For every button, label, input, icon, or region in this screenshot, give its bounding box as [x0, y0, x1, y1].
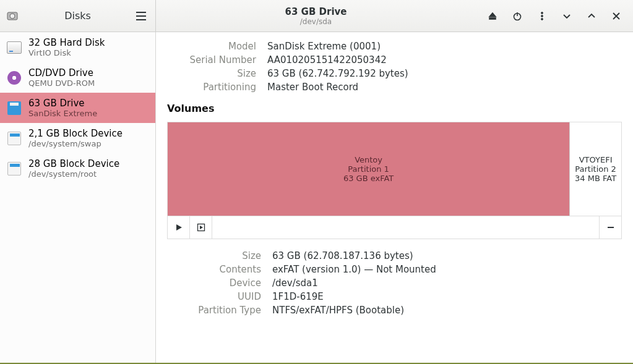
device-sidebar: 32 GB Hard Disk VirtIO Disk CD/DVD Drive… — [0, 32, 156, 363]
contents-value: exFAT (version 1.0) — Not Mounted — [272, 264, 622, 275]
svg-point-6 — [541, 15, 543, 17]
uuid-value: 1F1D-619E — [272, 291, 622, 302]
uuid-label: UUID — [170, 291, 261, 302]
mount-button[interactable] — [168, 216, 190, 239]
header-bar: Disks 63 GB Drive /dev/sda — [0, 0, 633, 32]
delete-partition-button[interactable] — [599, 216, 621, 239]
ptype-label: Partition Type — [170, 305, 261, 316]
volumes-toolbar — [168, 216, 621, 239]
partition-ventoy[interactable]: Ventoy Partition 1 63 GB exFAT — [168, 122, 569, 216]
device-label: Device — [170, 277, 261, 289]
hdd-icon — [6, 40, 22, 56]
svg-point-7 — [541, 18, 543, 20]
volumes-heading: Volumes — [167, 103, 622, 114]
cd-icon — [6, 70, 22, 86]
block-device-icon — [6, 161, 22, 177]
disks-app-icon — [6, 10, 19, 22]
drive-info-grid: Model SanDisk Extreme (0001) Serial Numb… — [170, 41, 622, 93]
device-sub: QEMU DVD-ROM — [28, 78, 95, 88]
svg-point-5 — [541, 12, 543, 14]
partition-info-grid: Size 63 GB (62.708.187.136 bytes) Conten… — [170, 250, 622, 316]
chevron-up-icon[interactable] — [585, 9, 598, 23]
partition-fs: 63 GB exFAT — [343, 174, 394, 183]
device-item-usb[interactable]: 63 GB Drive SanDisk Extreme — [0, 93, 155, 123]
device-name: CD/DVD Drive — [28, 67, 95, 78]
partitioning-value: Master Boot Record — [267, 82, 622, 93]
device-item-cd[interactable]: CD/DVD Drive QEMU DVD-ROM — [0, 62, 155, 93]
usb-icon — [6, 100, 22, 116]
partition-fs: 34 MB FAT — [575, 174, 616, 183]
device-name: 63 GB Drive — [28, 98, 97, 109]
partition-number: Partition 1 — [348, 164, 389, 174]
device-name: 2,1 GB Block Device — [28, 128, 123, 139]
partition-options-button[interactable] — [190, 216, 212, 239]
device-name: 28 GB Block Device — [28, 158, 119, 169]
model-value: SanDisk Extreme (0001) — [267, 41, 622, 52]
partition-name: Ventoy — [355, 155, 382, 164]
model-label: Model — [170, 41, 256, 52]
partitioning-label: Partitioning — [170, 82, 256, 93]
device-name: 32 GB Hard Disk — [28, 37, 105, 48]
close-icon[interactable] — [609, 9, 623, 23]
drive-subtitle: /dev/sda — [300, 17, 332, 26]
device-sub: VirtIO Disk — [28, 48, 105, 57]
serial-label: Serial Number — [170, 54, 256, 66]
block-device-icon — [6, 130, 22, 146]
device-item-hdd[interactable]: 32 GB Hard Disk VirtIO Disk — [0, 32, 155, 62]
device-value: /dev/sda1 — [272, 277, 622, 289]
psize-value: 63 GB (62.708.187.136 bytes) — [272, 250, 622, 261]
partition-vtoyefi[interactable]: VTOYEFI Partition 2 34 MB FAT — [569, 122, 621, 216]
ptype-value: NTFS/exFAT/HPFS (Bootable) — [272, 305, 622, 316]
size-label: Size — [170, 68, 256, 79]
content-pane: Model SanDisk Extreme (0001) Serial Numb… — [156, 32, 633, 363]
header-center: 63 GB Drive /dev/sda — [156, 0, 476, 32]
svg-point-1 — [10, 14, 15, 19]
device-sub: /dev/system/root — [28, 169, 119, 179]
partition-name: VTOYEFI — [579, 155, 613, 164]
device-sub: SanDisk Extreme — [28, 109, 97, 118]
body: 32 GB Hard Disk VirtIO Disk CD/DVD Drive… — [0, 32, 633, 363]
svg-rect-2 — [489, 18, 496, 19]
drive-menu-icon[interactable] — [535, 9, 549, 23]
size-value: 63 GB (62.742.792.192 bytes) — [267, 68, 622, 79]
app-window: Disks 63 GB Drive /dev/sda — [0, 0, 633, 364]
device-item-swap[interactable]: 2,1 GB Block Device /dev/system/swap — [0, 123, 155, 153]
psize-label: Size — [170, 250, 261, 261]
serial-value: AA010205151422050342 — [267, 54, 622, 66]
sidebar-menu-button[interactable] — [133, 8, 149, 24]
partition-number: Partition 2 — [575, 164, 616, 174]
header-right — [476, 0, 633, 32]
power-icon[interactable] — [510, 9, 524, 23]
eject-icon[interactable] — [486, 9, 499, 23]
drive-title: 63 GB Drive — [285, 6, 347, 17]
svg-rect-9 — [608, 227, 614, 228]
app-title: Disks — [22, 10, 133, 22]
volumes-box: Ventoy Partition 1 63 GB exFAT VTOYEFI P… — [167, 122, 622, 239]
contents-label: Contents — [170, 264, 261, 275]
header-left: Disks — [0, 0, 156, 32]
device-item-root[interactable]: 28 GB Block Device /dev/system/root — [0, 153, 155, 184]
volumes-strip: Ventoy Partition 1 63 GB exFAT VTOYEFI P… — [168, 122, 621, 216]
device-sub: /dev/system/swap — [28, 139, 123, 148]
chevron-down-icon[interactable] — [560, 9, 574, 23]
